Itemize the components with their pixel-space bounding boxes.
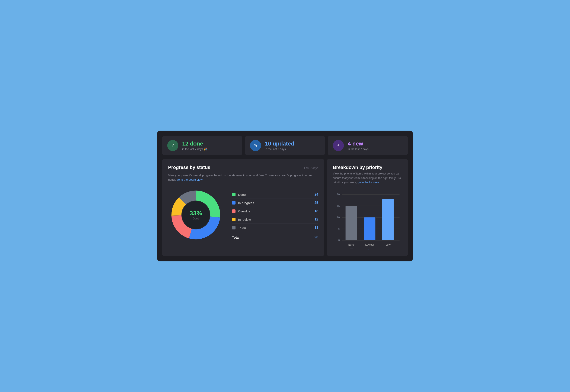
donut-center: 33% Done <box>182 201 210 229</box>
svg-text:Lowest: Lowest <box>365 243 374 246</box>
legend-name-inprogress: In progress <box>238 201 254 205</box>
bar-chart-svg: 0 5 10 15 20 None Lowest <box>333 190 402 250</box>
stat-text-updated: 10 updated in the last 7 days <box>265 140 294 151</box>
svg-text:20: 20 <box>337 193 340 196</box>
svg-text:10: 10 <box>337 216 340 219</box>
done-icon: ✓ <box>167 140 178 151</box>
legend-name-todo: To do <box>238 226 246 230</box>
svg-text:5: 5 <box>338 227 340 231</box>
donut-chart: 33% Done <box>168 187 224 243</box>
legend-val-inreview: 12 <box>315 218 318 221</box>
legend-name-done: Done <box>238 193 246 196</box>
done-subtitle: in the last 7 days 🎉 <box>182 147 207 151</box>
legend-total: Total 90 <box>232 233 318 239</box>
legend-todo: To do 11 <box>232 224 318 232</box>
priority-panel: Breakdown by priority View the priority … <box>327 159 408 256</box>
updated-number: 10 updated <box>265 140 294 147</box>
done-number: 12 done <box>182 140 207 147</box>
legend-dot-todo <box>232 226 236 229</box>
stat-card-new: + 4 new in the last 7 days <box>328 136 408 155</box>
legend-val-done: 24 <box>315 193 318 196</box>
list-view-link[interactable]: go to the list view. <box>358 181 379 184</box>
svg-text:None: None <box>348 243 355 246</box>
legend-val-inprogress: 25 <box>315 201 318 205</box>
priority-title: Breakdown by priority <box>333 165 402 170</box>
legend: Done 24 In progress 25 <box>232 190 318 239</box>
bar-low <box>382 199 394 240</box>
bar-none <box>345 206 357 240</box>
stat-card-done: ✓ 12 done in the last 7 days 🎉 <box>162 136 242 155</box>
legend-done: Done 24 <box>232 190 318 199</box>
new-subtitle: in the last 7 days <box>348 147 369 151</box>
legend-dot-overdue <box>232 210 236 213</box>
stat-text-new: 4 new in the last 7 days <box>348 140 369 151</box>
stat-text-done: 12 done in the last 7 days 🎉 <box>182 140 207 151</box>
updated-icon: ✎ <box>250 140 261 151</box>
total-value: 90 <box>315 235 318 239</box>
progress-desc: View your project's overall progress bas… <box>168 173 318 182</box>
updated-subtitle: in the last 7 days <box>265 147 294 151</box>
donut-label: Done <box>192 217 199 220</box>
bar-lowest <box>364 217 375 240</box>
chart-area: 33% Done Done 24 <box>168 187 318 243</box>
new-number: 4 new <box>348 140 369 147</box>
progress-title: Progress by status <box>168 165 210 170</box>
legend-dot-inreview <box>232 218 236 221</box>
new-icon: + <box>333 140 344 151</box>
donut-pct: 33% <box>189 210 202 217</box>
svg-text:0: 0 <box>338 238 340 242</box>
legend-val-todo: 11 <box>315 226 318 230</box>
stat-card-updated: ✎ 10 updated in the last 7 days <box>245 136 325 155</box>
progress-panel: Progress by status Last 7 days View your… <box>162 159 324 256</box>
progress-period: Last 7 days <box>304 166 318 169</box>
svg-text:—: — <box>350 246 353 250</box>
stats-row: ✓ 12 done in the last 7 days 🎉 ✎ 10 upda… <box>162 136 408 155</box>
dashboard: ✓ 12 done in the last 7 days 🎉 ✎ 10 upda… <box>157 131 413 261</box>
legend-name-inreview: In review <box>238 218 251 221</box>
board-view-link[interactable]: go to the board view. <box>177 178 203 181</box>
svg-text:Low: Low <box>386 243 390 246</box>
priority-desc: View the priority of items within your p… <box>333 171 402 185</box>
svg-text:15: 15 <box>337 204 340 208</box>
legend-val-overdue: 18 <box>315 209 318 213</box>
bottom-row: Progress by status Last 7 days View your… <box>162 159 408 256</box>
legend-overdue: Overdue 18 <box>232 207 318 215</box>
legend-dot-inprogress <box>232 201 236 205</box>
svg-text:⌄: ⌄ <box>387 247 389 250</box>
legend-dot-done <box>232 193 236 196</box>
total-label: Total <box>232 236 240 239</box>
legend-inreview: In review 12 <box>232 215 318 224</box>
legend-name-overdue: Overdue <box>238 210 250 213</box>
legend-inprogress: In progress 25 <box>232 199 318 207</box>
svg-text:⌄⌄: ⌄⌄ <box>367 247 373 250</box>
bar-chart: 0 5 10 15 20 None Lowest <box>333 190 402 250</box>
